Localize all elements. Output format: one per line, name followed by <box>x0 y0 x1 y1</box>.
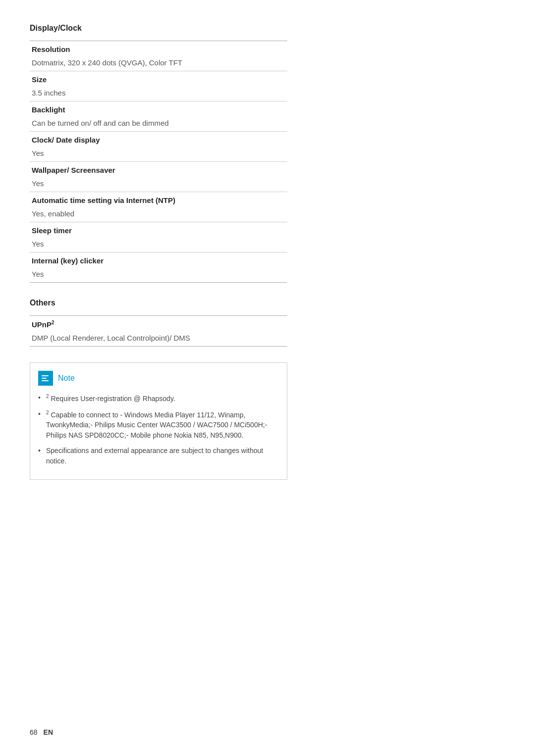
table-row: Internal (key) clicker <box>30 252 287 267</box>
table-row: Automatic time setting via Internet (NTP… <box>30 192 287 207</box>
note-title: Note <box>58 374 75 383</box>
table-row: Yes, enabled <box>30 206 287 222</box>
others-section: Others UPnP2 DMP (Local Renderer, Local … <box>30 299 505 347</box>
note-icon <box>38 371 53 386</box>
list-item: 2 Requires User-registration @ Rhapsody. <box>38 393 277 404</box>
list-item: Specifications and external appearance a… <box>38 446 277 466</box>
table-row: 3.5 inches <box>30 86 287 101</box>
spec-value-backlight: Can be turned on/ off and can be dimmed <box>30 116 287 132</box>
display-clock-section: Display/Clock Resolution Dotmatrix, 320 … <box>30 24 505 283</box>
table-row: Yes <box>30 176 287 192</box>
table-row: Yes <box>30 267 287 283</box>
spec-label-clock-date: Clock/ Date display <box>30 132 287 147</box>
spec-value-auto-time: Yes, enabled <box>30 206 287 222</box>
table-row: Wallpaper/ Screensaver <box>30 162 287 177</box>
spec-value-internal-clicker: Yes <box>30 267 287 283</box>
note-header: Note <box>38 371 277 386</box>
note-box: Note 2 Requires User-registration @ Rhap… <box>30 362 287 480</box>
display-clock-heading: Display/Clock <box>30 24 505 33</box>
table-row: Yes <box>30 237 287 252</box>
page-number: 68 <box>30 728 38 736</box>
spec-label-sleep-timer: Sleep timer <box>30 222 287 237</box>
others-spec-table: UPnP2 DMP (Local Renderer, Local Control… <box>30 315 287 347</box>
others-heading: Others <box>30 299 505 307</box>
spec-label-upnp: UPnP2 <box>30 316 287 331</box>
spec-table: Resolution Dotmatrix, 320 x 240 dots (QV… <box>30 41 287 283</box>
table-row: UPnP2 <box>30 316 287 331</box>
spec-value-clock-date: Yes <box>30 146 287 162</box>
spec-label-resolution: Resolution <box>30 41 287 56</box>
table-row: Dotmatrix, 320 x 240 dots (QVGA), Color … <box>30 55 287 71</box>
table-row: Clock/ Date display <box>30 132 287 147</box>
note-list: 2 Requires User-registration @ Rhapsody.… <box>38 393 277 466</box>
spec-label-wallpaper: Wallpaper/ Screensaver <box>30 162 287 177</box>
table-row: Backlight <box>30 101 287 116</box>
table-row: Size <box>30 71 287 86</box>
table-row: Yes <box>30 146 287 162</box>
spec-value-upnp: DMP (Local Renderer, Local Controlpoint)… <box>30 331 287 347</box>
language-label: EN <box>44 728 53 736</box>
table-row: DMP (Local Renderer, Local Controlpoint)… <box>30 331 287 347</box>
page-footer: 68 EN <box>30 728 53 736</box>
spec-value-sleep-timer: Yes <box>30 237 287 252</box>
spec-label-auto-time: Automatic time setting via Internet (NTP… <box>30 192 287 207</box>
table-row: Resolution <box>30 41 287 56</box>
spec-value-wallpaper: Yes <box>30 176 287 192</box>
list-item: 2 Capable to connect to - Windows Media … <box>38 409 277 441</box>
spec-label-size: Size <box>30 71 287 86</box>
spec-value-resolution: Dotmatrix, 320 x 240 dots (QVGA), Color … <box>30 55 287 71</box>
spec-label-backlight: Backlight <box>30 101 287 116</box>
table-row: Sleep timer <box>30 222 287 237</box>
table-row: Can be turned on/ off and can be dimmed <box>30 116 287 132</box>
spec-value-size: 3.5 inches <box>30 86 287 101</box>
spec-label-internal-clicker: Internal (key) clicker <box>30 252 287 267</box>
